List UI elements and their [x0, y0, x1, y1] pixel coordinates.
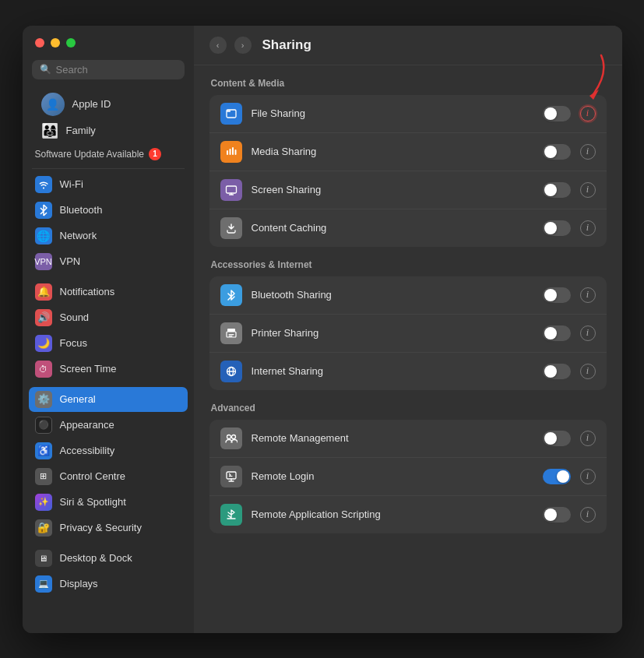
search-icon: 🔍: [40, 64, 51, 75]
sidebar-network-label: Network: [60, 230, 97, 241]
printer-sharing-label: Printer Sharing: [252, 327, 533, 339]
printer-sharing-toggle[interactable]: [543, 325, 571, 341]
apple-id-label: Apple ID: [72, 98, 111, 110]
sidebar-item-displays[interactable]: 💻 Displays: [29, 572, 188, 596]
remote-login-info-button[interactable]: i: [580, 469, 596, 484]
sidebar-item-desktop[interactable]: 🖥 Desktop & Dock: [29, 546, 188, 571]
remote-scripting-label: Remote Application Scripting: [252, 508, 533, 520]
sidebar-item-wifi[interactable]: Wi-Fi: [29, 172, 188, 197]
remote-management-label: Remote Management: [252, 432, 533, 444]
back-button[interactable]: ‹: [209, 37, 227, 54]
sidebar-item-siri[interactable]: ✨ Siri & Spotlight: [29, 490, 188, 515]
notifications-icon: 🔔: [35, 283, 52, 301]
sidebar-screentime-label: Screen Time: [60, 363, 117, 375]
network-icon: 🌐: [35, 227, 52, 245]
remote-scripting-toggle[interactable]: [543, 507, 571, 523]
sidebar-item-apple-id[interactable]: 👤 Apple ID: [35, 89, 181, 118]
appearance-icon: ⚫: [35, 417, 52, 434]
svg-rect-4: [229, 149, 231, 155]
row-internet-sharing: Internet Sharing i: [209, 353, 607, 390]
row-remote-management: Remote Management i: [209, 420, 607, 458]
internet-sharing-label: Internet Sharing: [252, 365, 533, 377]
sidebar-item-appearance[interactable]: ⚫ Appearance: [29, 413, 188, 438]
internet-sharing-info-button[interactable]: i: [580, 364, 596, 379]
sidebar-divider-1: [32, 168, 185, 169]
bluetooth-sharing-info-button[interactable]: i: [580, 287, 596, 303]
file-sharing-info-button[interactable]: i: [580, 106, 596, 121]
family-icon: 👨‍👩‍👧: [41, 122, 58, 139]
sidebar-item-notifications[interactable]: 🔔 Notifications: [29, 280, 188, 304]
sidebar-item-privacy[interactable]: 🔐 Privacy & Security: [29, 515, 188, 540]
media-sharing-info-button[interactable]: i: [580, 144, 596, 160]
screen-sharing-info-button[interactable]: i: [580, 182, 596, 198]
row-content-caching: Content Caching i: [209, 209, 607, 247]
maximize-button[interactable]: [66, 38, 76, 48]
remote-management-toggle[interactable]: [543, 431, 571, 446]
sidebar-item-screentime[interactable]: ⏱ Screen Time: [29, 357, 188, 382]
update-badge: 1: [149, 148, 161, 160]
sidebar-vpn-label: VPN: [60, 255, 81, 267]
sidebar-account-section: 👤 Apple ID 👨‍👩‍👧 Family: [23, 87, 194, 145]
sidebar-appearance-label: Appearance: [60, 419, 114, 431]
sidebar-focus-label: Focus: [60, 337, 87, 349]
search-input[interactable]: [56, 64, 177, 76]
row-media-sharing: Media Sharing i: [209, 133, 607, 171]
screen-sharing-toggle[interactable]: [543, 182, 571, 198]
page-title: Sharing: [262, 37, 311, 53]
sidebar-desktop-label: Desktop & Dock: [60, 552, 132, 564]
internet-sharing-toggle[interactable]: [543, 364, 571, 379]
sidebar-item-vpn[interactable]: VPN VPN: [29, 249, 188, 274]
row-remote-login: Remote Login i: [209, 458, 607, 496]
sidebar-item-family[interactable]: 👨‍👩‍👧 Family: [35, 120, 181, 143]
content-caching-info-button[interactable]: i: [580, 220, 596, 236]
remote-login-toggle[interactable]: [543, 469, 571, 484]
sidebar-item-control-centre[interactable]: ⊞ Control Centre: [29, 464, 188, 489]
row-printer-sharing: Printer Sharing i: [209, 315, 607, 353]
printer-sharing-info-button[interactable]: i: [580, 325, 596, 341]
sidebar-item-focus[interactable]: 🌙 Focus: [29, 331, 188, 356]
vpn-icon: VPN: [35, 253, 52, 270]
media-sharing-icon: [220, 141, 242, 163]
printer-sharing-icon: [220, 322, 242, 344]
internet-sharing-icon: [220, 361, 242, 382]
content-caching-toggle[interactable]: [543, 220, 571, 236]
remote-management-info-button[interactable]: i: [580, 431, 596, 446]
remote-login-icon: [220, 466, 242, 487]
sidebar-item-bluetooth[interactable]: Bluetooth: [29, 198, 188, 223]
desktop-icon: 🖥: [35, 550, 52, 567]
svg-rect-17: [227, 472, 236, 479]
sidebar-displays-label: Displays: [60, 578, 98, 589]
sidebar-item-network[interactable]: 🌐 Network: [29, 223, 188, 248]
settings-group-content-media: File Sharing i Media Sharing: [209, 95, 607, 247]
titlebar: ‹ › Sharing: [194, 26, 622, 65]
sidebar-item-general[interactable]: ⚙️ General: [29, 387, 188, 412]
svg-rect-2: [227, 110, 231, 112]
settings-group-accessories: Bluetooth Sharing i Printer Sharin: [209, 276, 607, 390]
section-label-accessories: Accessories & Internet: [211, 259, 607, 270]
forward-button[interactable]: ›: [234, 37, 252, 54]
sidebar-item-accessibility[interactable]: ♿ Accessibility: [29, 438, 188, 463]
bluetooth-sharing-icon: [220, 284, 242, 306]
close-button[interactable]: [35, 38, 44, 48]
file-sharing-toggle[interactable]: [543, 106, 571, 121]
sidebar-bluetooth-label: Bluetooth: [60, 204, 103, 216]
sidebar-sound-label: Sound: [60, 311, 90, 323]
sidebar-wifi-label: Wi-Fi: [60, 178, 83, 190]
sidebar-privacy-label: Privacy & Security: [60, 522, 142, 533]
file-sharing-label: File Sharing: [252, 107, 533, 119]
file-sharing-icon: [220, 103, 242, 125]
search-bar[interactable]: 🔍: [32, 60, 185, 79]
update-label: Software Update Available: [35, 149, 145, 160]
media-sharing-label: Media Sharing: [252, 146, 533, 157]
sidebar-item-sound[interactable]: 🔊 Sound: [29, 305, 188, 330]
software-update-row[interactable]: Software Update Available 1: [23, 145, 194, 165]
displays-icon: 💻: [35, 575, 52, 593]
minimize-button[interactable]: [51, 38, 60, 48]
remote-scripting-info-button[interactable]: i: [580, 507, 596, 523]
svg-rect-10: [228, 334, 234, 335]
bluetooth-sharing-toggle[interactable]: [543, 287, 571, 303]
remote-login-label: Remote Login: [252, 470, 533, 482]
media-sharing-toggle[interactable]: [543, 144, 571, 160]
general-icon: ⚙️: [35, 391, 52, 408]
row-bluetooth-sharing: Bluetooth Sharing i: [209, 276, 607, 315]
